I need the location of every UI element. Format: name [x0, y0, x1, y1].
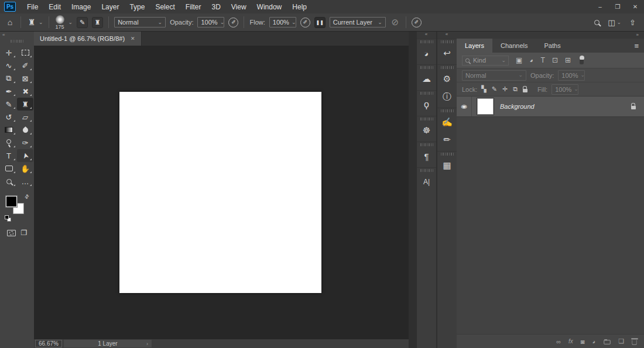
search-icon[interactable]	[594, 20, 600, 25]
tool-zoom[interactable]	[1, 175, 17, 188]
menu-help[interactable]: Help	[287, 0, 312, 13]
menu-3d[interactable]: 3D	[206, 0, 225, 13]
grip-handle[interactable]	[420, 66, 433, 69]
filter-type-icon[interactable]: T	[541, 56, 545, 64]
chevron-right-icon[interactable]: ›	[146, 341, 148, 347]
grip-handle[interactable]	[441, 153, 454, 156]
close-tab-icon[interactable]: ✕	[131, 36, 135, 42]
menu-filter[interactable]: Filter	[180, 0, 207, 13]
tool-hand[interactable]: ✋	[17, 162, 33, 175]
tool-marquee[interactable]	[17, 46, 33, 59]
tool-brush[interactable]: ✎	[1, 98, 17, 111]
character-panel-button[interactable]: A|	[417, 173, 436, 191]
toggle-clone-source-button[interactable]: ♜	[92, 17, 103, 28]
tool-move[interactable]: ✛	[1, 46, 17, 59]
grip-handle[interactable]	[441, 66, 454, 69]
info-panel-button[interactable]: ⓘ	[437, 88, 457, 105]
screen-mode-button[interactable]: ❐	[21, 229, 28, 237]
tool-quick-selection[interactable]: ✐	[17, 59, 33, 72]
expand-dock-icon[interactable]: »	[457, 32, 644, 39]
adjustments-panel-button[interactable]: ◑	[417, 44, 436, 62]
menu-type[interactable]: Type	[124, 0, 150, 13]
layer-style-fx-icon[interactable]: fx	[568, 338, 573, 344]
document-tab[interactable]: Untitled-1 @ 66.7% (RGB/8#) ✕	[34, 32, 142, 46]
menu-edit[interactable]: Edit	[43, 0, 66, 13]
document-info[interactable]: 1 Layer ›	[64, 340, 152, 347]
menu-view[interactable]: View	[226, 0, 252, 13]
filter-shape-icon[interactable]: ⊡	[552, 56, 558, 64]
chevron-down-icon[interactable]: ⌄	[68, 20, 73, 25]
menu-file[interactable]: File	[22, 0, 43, 13]
swatches-panel-button[interactable]: ▦	[437, 157, 457, 174]
home-icon[interactable]: ⌂	[5, 18, 15, 27]
tool-rectangle[interactable]	[1, 162, 17, 175]
tab-channels[interactable]: Channels	[492, 39, 536, 53]
delete-layer-icon[interactable]	[632, 340, 637, 345]
collapse-toolbar-icon[interactable]: «	[0, 32, 34, 39]
filter-adjustment-icon[interactable]: ◑	[527, 56, 536, 64]
document-canvas[interactable]	[119, 92, 321, 293]
minimize-button[interactable]: –	[591, 0, 609, 13]
grip-handle[interactable]	[420, 143, 433, 146]
grip-handle[interactable]	[11, 40, 23, 43]
link-layers-icon[interactable]: ∞	[556, 338, 561, 345]
grip-handle[interactable]	[420, 118, 433, 120]
grip-handle[interactable]	[420, 92, 433, 95]
discover-panel-button[interactable]: ϙ	[417, 96, 436, 113]
tool-frame[interactable]: ⊠	[17, 72, 33, 85]
brush-preset-picker[interactable]: 175	[56, 15, 64, 30]
tool-history-brush[interactable]: ↺	[1, 111, 17, 123]
tool-type[interactable]: T	[1, 149, 17, 162]
fill-select[interactable]: 100% ⌄	[551, 84, 578, 95]
tab-paths[interactable]: Paths	[536, 39, 569, 53]
new-layer-icon[interactable]: ❏	[618, 337, 624, 345]
tool-lasso[interactable]: ∿	[1, 59, 17, 72]
lock-artboard-icon[interactable]: ⧉	[513, 85, 518, 93]
quick-mask-button[interactable]	[7, 230, 16, 236]
collapse-strip-icon[interactable]: «	[437, 32, 457, 39]
menu-layer[interactable]: Layer	[96, 0, 124, 13]
tool-eyedropper[interactable]: ✒	[1, 85, 17, 98]
filter-kind-select[interactable]: Kind ⌄	[462, 56, 509, 66]
menu-window[interactable]: Window	[252, 0, 287, 13]
share-button[interactable]: ⇧	[629, 18, 636, 27]
brush-settings-panel-button[interactable]: ✍	[437, 113, 457, 131]
tool-healing-brush[interactable]: ✚	[17, 85, 33, 98]
lock-position-icon[interactable]: ✛	[502, 85, 508, 93]
panel-menu-icon[interactable]: ≡	[634, 39, 644, 53]
filter-smart-object-icon[interactable]: ⊞	[565, 56, 571, 64]
tool-blur[interactable]	[17, 123, 33, 136]
workspace-switcher[interactable]: ◫ ⌄	[608, 18, 621, 27]
toggle-brush-settings-button[interactable]: ✎	[77, 17, 88, 28]
visibility-toggle[interactable]: ◉	[457, 97, 472, 116]
blend-mode-select[interactable]: Normal ⌄	[114, 17, 166, 27]
lock-transparent-pixels-icon[interactable]: ▚	[481, 85, 486, 93]
brushes-panel-button[interactable]: ✏	[437, 131, 457, 149]
tool-clone-stamp-selected[interactable]: ♜	[17, 98, 33, 111]
menu-select[interactable]: Select	[150, 0, 180, 13]
layer-row-background[interactable]: ◉ Background	[457, 97, 644, 117]
tool-dodge[interactable]	[1, 136, 17, 149]
navigator-panel-button[interactable]: ☸	[417, 122, 436, 139]
aligned-toggle-button[interactable]: ❚❚	[314, 17, 326, 28]
opacity-select[interactable]: 100% ⌄	[197, 17, 224, 27]
grip-handle[interactable]	[441, 40, 454, 43]
lock-all-icon[interactable]	[523, 89, 527, 92]
lock-image-pixels-icon[interactable]: ✎	[492, 85, 497, 93]
zoom-level-field[interactable]: 66.67%	[35, 340, 62, 347]
tool-eraser[interactable]: ▱	[17, 111, 33, 123]
sample-select[interactable]: Current Layer ⌄	[330, 17, 386, 27]
grip-handle[interactable]	[420, 40, 433, 43]
layer-name[interactable]: Background	[500, 103, 535, 110]
swap-colors-icon[interactable]: ⇄	[23, 193, 30, 200]
airbrush-toggle-icon[interactable]: ✐	[300, 18, 310, 27]
menu-image[interactable]: Image	[66, 0, 96, 13]
default-colors-icon[interactable]	[5, 215, 11, 222]
history-panel-button[interactable]: ↩	[437, 44, 457, 62]
properties-panel-button[interactable]: ⚙	[437, 70, 457, 88]
tool-preset-picker[interactable]: ♜ ⌄	[26, 18, 43, 27]
add-layer-mask-icon[interactable]: ◙	[581, 338, 585, 345]
grip-handle[interactable]	[441, 109, 454, 112]
flow-select[interactable]: 100% ⌄	[269, 17, 296, 27]
paragraph-panel-button[interactable]: ¶	[417, 147, 436, 165]
